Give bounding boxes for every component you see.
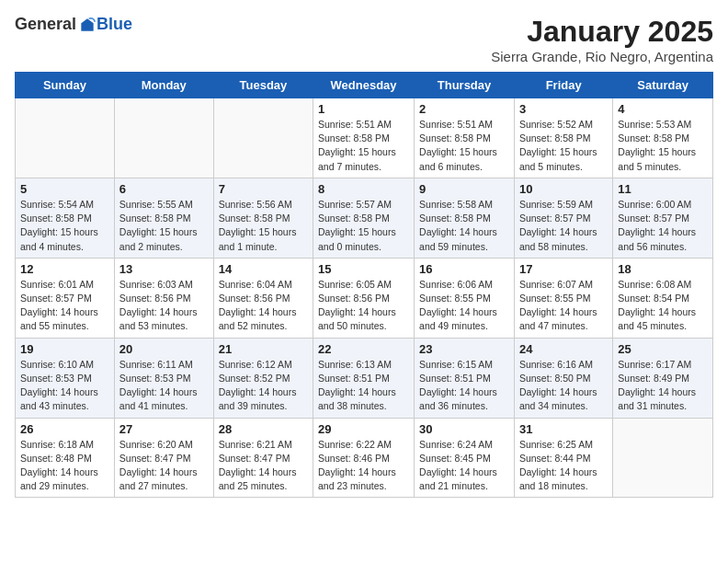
- calendar-day-cell: 3Sunrise: 5:52 AM Sunset: 8:58 PM Daylig…: [514, 98, 612, 178]
- calendar-day-cell: 13Sunrise: 6:03 AM Sunset: 8:56 PM Dayli…: [114, 258, 213, 338]
- calendar-week-row: 5Sunrise: 5:54 AM Sunset: 8:58 PM Daylig…: [16, 178, 713, 258]
- day-info: Sunrise: 6:24 AM Sunset: 8:45 PM Dayligh…: [419, 438, 509, 494]
- day-info: Sunrise: 6:18 AM Sunset: 8:48 PM Dayligh…: [20, 438, 109, 494]
- calendar-day-cell: 14Sunrise: 6:04 AM Sunset: 8:56 PM Dayli…: [213, 258, 313, 338]
- logo-icon: [78, 16, 97, 34]
- day-info: Sunrise: 5:57 AM Sunset: 8:58 PM Dayligh…: [318, 198, 409, 254]
- calendar-header-friday: Friday: [514, 73, 612, 98]
- month-title: January 2025: [491, 15, 713, 49]
- calendar-day-cell: 26Sunrise: 6:18 AM Sunset: 8:48 PM Dayli…: [16, 418, 115, 498]
- calendar-week-row: 26Sunrise: 6:18 AM Sunset: 8:48 PM Dayli…: [16, 418, 713, 498]
- calendar-day-cell: 20Sunrise: 6:11 AM Sunset: 8:53 PM Dayli…: [114, 338, 213, 418]
- day-number: 20: [119, 342, 209, 356]
- calendar-day-cell: 11Sunrise: 6:00 AM Sunset: 8:57 PM Dayli…: [613, 178, 713, 258]
- day-info: Sunrise: 5:58 AM Sunset: 8:58 PM Dayligh…: [419, 198, 509, 254]
- calendar-day-cell: 7Sunrise: 5:56 AM Sunset: 8:58 PM Daylig…: [213, 178, 313, 258]
- calendar-day-cell: 21Sunrise: 6:12 AM Sunset: 8:52 PM Dayli…: [213, 338, 313, 418]
- day-info: Sunrise: 6:15 AM Sunset: 8:51 PM Dayligh…: [419, 358, 509, 414]
- calendar-day-cell: [613, 418, 713, 498]
- calendar-day-cell: 23Sunrise: 6:15 AM Sunset: 8:51 PM Dayli…: [415, 338, 515, 418]
- title-area: January 2025 Sierra Grande, Rio Negro, A…: [491, 15, 713, 64]
- day-number: 11: [618, 182, 708, 196]
- day-number: 27: [119, 422, 209, 436]
- calendar-day-cell: 24Sunrise: 6:16 AM Sunset: 8:50 PM Dayli…: [514, 338, 612, 418]
- day-info: Sunrise: 6:10 AM Sunset: 8:53 PM Dayligh…: [20, 358, 109, 414]
- day-number: 23: [419, 342, 509, 356]
- day-info: Sunrise: 6:25 AM Sunset: 8:44 PM Dayligh…: [519, 438, 608, 494]
- logo-general-text: General: [15, 15, 76, 34]
- calendar-day-cell: 27Sunrise: 6:20 AM Sunset: 8:47 PM Dayli…: [114, 418, 213, 498]
- page-header: General Blue January 2025 Sierra Grande,…: [15, 15, 713, 64]
- day-number: 16: [419, 262, 509, 276]
- day-info: Sunrise: 6:20 AM Sunset: 8:47 PM Dayligh…: [119, 438, 209, 494]
- calendar-header-saturday: Saturday: [613, 73, 713, 98]
- calendar-day-cell: 9Sunrise: 5:58 AM Sunset: 8:58 PM Daylig…: [415, 178, 515, 258]
- logo-blue-text: Blue: [97, 15, 132, 34]
- day-number: 6: [119, 182, 209, 196]
- calendar-day-cell: 5Sunrise: 5:54 AM Sunset: 8:58 PM Daylig…: [16, 178, 115, 258]
- calendar-day-cell: 12Sunrise: 6:01 AM Sunset: 8:57 PM Dayli…: [16, 258, 115, 338]
- day-number: 18: [618, 262, 708, 276]
- day-info: Sunrise: 6:12 AM Sunset: 8:52 PM Dayligh…: [219, 358, 308, 414]
- calendar-day-cell: 6Sunrise: 5:55 AM Sunset: 8:58 PM Daylig…: [114, 178, 213, 258]
- day-info: Sunrise: 6:01 AM Sunset: 8:57 PM Dayligh…: [20, 278, 109, 334]
- day-number: 19: [20, 342, 109, 356]
- calendar-week-row: 1Sunrise: 5:51 AM Sunset: 8:58 PM Daylig…: [16, 98, 713, 178]
- calendar-day-cell: [213, 98, 313, 178]
- calendar-day-cell: 25Sunrise: 6:17 AM Sunset: 8:49 PM Dayli…: [613, 338, 713, 418]
- day-number: 14: [219, 262, 308, 276]
- day-info: Sunrise: 5:51 AM Sunset: 8:58 PM Dayligh…: [318, 118, 409, 174]
- day-number: 3: [519, 102, 608, 116]
- day-number: 30: [419, 422, 509, 436]
- calendar-day-cell: [16, 98, 115, 178]
- calendar-day-cell: 28Sunrise: 6:21 AM Sunset: 8:47 PM Dayli…: [213, 418, 313, 498]
- logo: General Blue: [15, 15, 132, 34]
- calendar-header-row: SundayMondayTuesdayWednesdayThursdayFrid…: [16, 73, 713, 98]
- day-number: 2: [419, 102, 509, 116]
- calendar-header-monday: Monday: [114, 73, 213, 98]
- day-info: Sunrise: 5:51 AM Sunset: 8:58 PM Dayligh…: [419, 118, 509, 174]
- calendar-day-cell: 19Sunrise: 6:10 AM Sunset: 8:53 PM Dayli…: [16, 338, 115, 418]
- calendar-header-thursday: Thursday: [415, 73, 515, 98]
- calendar-day-cell: 2Sunrise: 5:51 AM Sunset: 8:58 PM Daylig…: [415, 98, 515, 178]
- day-number: 25: [618, 342, 708, 356]
- calendar-day-cell: 18Sunrise: 6:08 AM Sunset: 8:54 PM Dayli…: [613, 258, 713, 338]
- calendar-day-cell: 22Sunrise: 6:13 AM Sunset: 8:51 PM Dayli…: [313, 338, 415, 418]
- calendar-day-cell: 29Sunrise: 6:22 AM Sunset: 8:46 PM Dayli…: [313, 418, 415, 498]
- calendar-day-cell: 10Sunrise: 5:59 AM Sunset: 8:57 PM Dayli…: [514, 178, 612, 258]
- day-info: Sunrise: 6:13 AM Sunset: 8:51 PM Dayligh…: [318, 358, 409, 414]
- day-number: 4: [618, 102, 708, 116]
- day-info: Sunrise: 6:08 AM Sunset: 8:54 PM Dayligh…: [618, 278, 708, 334]
- day-info: Sunrise: 5:52 AM Sunset: 8:58 PM Dayligh…: [519, 118, 608, 174]
- day-info: Sunrise: 6:11 AM Sunset: 8:53 PM Dayligh…: [119, 358, 209, 414]
- day-number: 17: [519, 262, 608, 276]
- day-info: Sunrise: 6:07 AM Sunset: 8:55 PM Dayligh…: [519, 278, 608, 334]
- day-info: Sunrise: 5:55 AM Sunset: 8:58 PM Dayligh…: [119, 198, 209, 254]
- day-info: Sunrise: 6:06 AM Sunset: 8:55 PM Dayligh…: [419, 278, 509, 334]
- day-number: 24: [519, 342, 608, 356]
- day-number: 15: [318, 262, 409, 276]
- calendar-day-cell: 30Sunrise: 6:24 AM Sunset: 8:45 PM Dayli…: [415, 418, 515, 498]
- day-number: 5: [20, 182, 109, 196]
- location-title: Sierra Grande, Rio Negro, Argentina: [491, 49, 713, 64]
- calendar-header-sunday: Sunday: [16, 73, 115, 98]
- day-info: Sunrise: 5:56 AM Sunset: 8:58 PM Dayligh…: [219, 198, 308, 254]
- calendar-day-cell: [114, 98, 213, 178]
- day-info: Sunrise: 6:05 AM Sunset: 8:56 PM Dayligh…: [318, 278, 409, 334]
- day-info: Sunrise: 5:53 AM Sunset: 8:58 PM Dayligh…: [618, 118, 708, 174]
- calendar-day-cell: 8Sunrise: 5:57 AM Sunset: 8:58 PM Daylig…: [313, 178, 415, 258]
- day-number: 21: [219, 342, 308, 356]
- day-number: 29: [318, 422, 409, 436]
- calendar-day-cell: 15Sunrise: 6:05 AM Sunset: 8:56 PM Dayli…: [313, 258, 415, 338]
- day-number: 31: [519, 422, 608, 436]
- day-info: Sunrise: 6:03 AM Sunset: 8:56 PM Dayligh…: [119, 278, 209, 334]
- calendar-day-cell: 31Sunrise: 6:25 AM Sunset: 8:44 PM Dayli…: [514, 418, 612, 498]
- day-number: 10: [519, 182, 608, 196]
- day-info: Sunrise: 6:21 AM Sunset: 8:47 PM Dayligh…: [219, 438, 308, 494]
- day-number: 28: [219, 422, 308, 436]
- day-number: 7: [219, 182, 308, 196]
- day-info: Sunrise: 5:59 AM Sunset: 8:57 PM Dayligh…: [519, 198, 608, 254]
- calendar-day-cell: 1Sunrise: 5:51 AM Sunset: 8:58 PM Daylig…: [313, 98, 415, 178]
- day-number: 12: [20, 262, 109, 276]
- day-info: Sunrise: 6:17 AM Sunset: 8:49 PM Dayligh…: [618, 358, 708, 414]
